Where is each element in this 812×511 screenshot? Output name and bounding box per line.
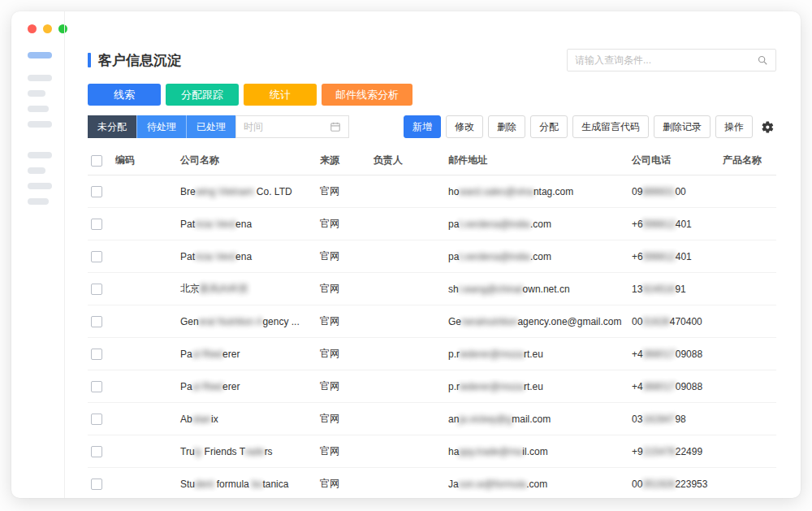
search-icon[interactable] [757,54,768,66]
row-checkbox[interactable] [91,219,102,230]
redacted-text: ja.vickey@g [459,414,512,425]
table-row: Paul Riederer官网p.riederer@mozart.eu+4368… [88,370,776,403]
cell-owner [370,240,445,273]
cell-owner [370,273,445,305]
cell-company: Truly Friends Traders [177,435,317,468]
email-leads-analysis-tab[interactable]: 邮件线索分析 [322,84,412,106]
column-header-phone: 公司电话 [628,146,719,175]
sidebar-item[interactable] [28,198,49,205]
pending-tab[interactable]: 待处理 [136,115,186,138]
redacted-text: 598812 [643,251,676,262]
statistics-tab[interactable]: 统计 [244,84,317,106]
cell-code [112,208,177,240]
redacted-text: t.verdena@india [459,251,530,262]
main-content: 客户信息沉淀 线索分配跟踪统计邮件线索分析 未分配待处理已处理 时间 [65,11,801,498]
redacted-text: otan [192,414,211,425]
delete-records-button[interactable]: 删除记录 [654,115,710,138]
assign-button[interactable]: 分配 [530,115,568,138]
row-checkbox[interactable] [91,186,102,197]
row-checkbox[interactable] [91,446,102,457]
cell-company: Student formula botanica [177,468,317,499]
sidebar-item[interactable] [28,183,52,189]
toolbar: 未分配待处理已处理 时间 新增修改删除分配生成留言代码删除记录操作 [88,115,776,138]
redacted-text: 598812 [643,219,676,230]
cell-company: Paul Riederer [177,370,317,403]
row-checkbox[interactable] [91,349,102,360]
cell-company: General Nutrition Agency ... [177,305,317,338]
cell-phone: 00351926223953 [628,468,719,499]
sidebar-item[interactable] [28,152,52,158]
cell-owner [370,435,445,468]
feature-tabs: 线索分配跟踪统计邮件线索分析 [88,84,776,106]
cell-company: Patricia Verdena [177,208,317,240]
operations-button[interactable]: 操作 [715,115,753,138]
generate-message-code-button[interactable]: 生成留言代码 [572,115,649,138]
search-box [567,49,776,71]
cell-product [719,468,776,499]
header-row: 客户信息沉淀 [88,49,776,71]
leads-tab[interactable]: 线索 [88,84,161,106]
cell-email: pat.verdena@india.com [445,208,628,240]
row-checkbox[interactable] [91,414,102,425]
cell-phone: +921547822499 [628,435,719,468]
cell-phone: +436801709088 [628,338,719,370]
sidebar-item[interactable] [28,121,52,128]
column-header-code: 编码 [112,146,177,175]
redacted-text: iederer@moza [460,381,524,392]
add-button[interactable]: 新增 [404,115,441,138]
sidebar [11,11,65,498]
sidebar-item[interactable] [28,167,45,174]
gear-icon[interactable] [759,119,776,136]
assignment-tracking-tab[interactable]: 分配跟踪 [166,84,239,106]
sidebar-item-active[interactable] [28,52,52,58]
cell-owner [370,208,445,240]
cell-source: 官网 [317,370,370,403]
cell-source: 官网 [317,273,370,305]
sidebar-item[interactable] [28,90,45,97]
search-input[interactable] [575,54,757,66]
unassigned-tab[interactable]: 未分配 [88,115,136,138]
cell-code [112,175,177,208]
cell-email: shi.wang@chinatown.net.cn [445,273,628,305]
table-row: Student formula botanica官网Jason.w@formul… [88,468,776,499]
cell-company: Paul Riederer [177,338,317,370]
sidebar-item[interactable] [28,75,52,81]
redacted-text: ward.sales@vina [459,186,533,197]
row-checkbox[interactable] [91,251,102,262]
row-checkbox[interactable] [91,316,102,327]
processed-tab[interactable]: 已处理 [186,115,235,138]
sidebar-item[interactable] [28,106,49,112]
edit-button[interactable]: 修改 [446,115,483,138]
redacted-text: iederer@moza [460,349,524,360]
cell-email: Jason.w@formula.com [445,468,628,499]
column-header-product: 产品名称 [719,146,776,175]
redacted-text: ul Ried [192,381,222,392]
row-checkbox[interactable] [91,381,102,392]
select-all-checkbox[interactable] [91,155,102,167]
table-row: General Nutrition Agency ...官网Generalnut… [88,305,776,338]
cell-phone: +6598812401 [628,240,719,273]
table-row: 北京新风向科技官网shi.wang@chinatown.net.cn139245… [88,273,776,305]
redacted-text: 886631 [642,186,675,197]
cell-code [112,305,177,338]
redacted-text: i.wang@chinat [459,284,523,295]
delete-button[interactable]: 删除 [488,115,525,138]
row-checkbox[interactable] [91,479,102,490]
cell-owner [370,175,445,208]
cell-source: 官网 [317,403,370,435]
date-filter[interactable]: 时间 [235,115,349,138]
cell-code [112,338,177,370]
cell-email: p.riederer@mozart.eu [445,338,628,370]
table-row: Patricia Verdena官网pat.verdena@india.com+… [88,240,776,273]
table-body: Brewing Vietnam Co. LTD官网howard.sales@vi… [88,175,776,499]
redacted-text: 新风向科技 [200,283,248,294]
cell-code [112,468,177,499]
row-checkbox[interactable] [91,284,102,295]
cell-company: Abotanix [177,403,317,435]
redacted-text: wing Vietnam [196,186,254,197]
page-title: 客户信息沉淀 [88,51,181,70]
cell-product [719,175,776,208]
table-row: Brewing Vietnam Co. LTD官网howard.sales@vi… [88,175,776,208]
cell-product [719,208,776,240]
cell-email: pat.verdena@india.com [445,240,628,273]
